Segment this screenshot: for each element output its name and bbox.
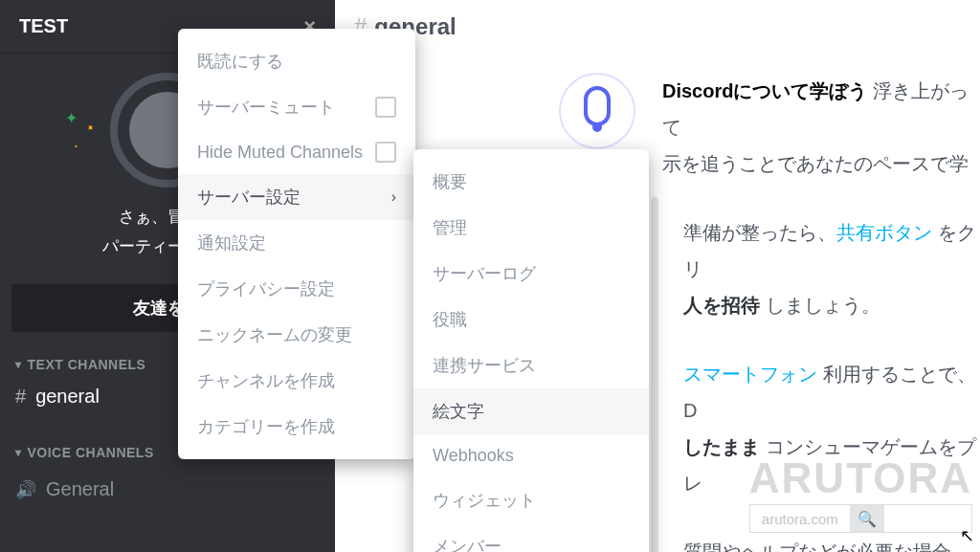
server-context-menu: 既読にする サーバーミュート Hide Muted Channels サーバー設… — [178, 29, 415, 459]
tip-icon — [559, 73, 635, 149]
chevron-down-icon: ▾ — [15, 446, 22, 459]
checkbox-icon[interactable] — [375, 142, 396, 163]
sparkle-icon: ✦ — [65, 109, 78, 127]
menu-item-server-mute[interactable]: サーバーミュート — [178, 84, 415, 130]
chevron-right-icon: › — [391, 188, 396, 206]
server-name: TEST — [19, 15, 68, 37]
submenu-item-members[interactable]: メンバー — [413, 523, 649, 552]
chevron-down-icon: ▾ — [15, 358, 22, 371]
checkbox-icon[interactable] — [375, 97, 396, 118]
voice-channel-general[interactable]: 🔊 General — [0, 471, 335, 508]
menu-item-server-settings[interactable]: サーバー設定› — [178, 174, 415, 220]
scrollbar[interactable] — [651, 197, 658, 552]
speaker-icon: 🔊 — [15, 479, 36, 500]
tip-paragraph: 質問やヘルプなどが必要な場合、ヘ witter @discordapp を通して… — [683, 534, 980, 552]
menu-item-create-channel[interactable]: チャンネルを作成 — [178, 358, 415, 404]
submenu-item-roles[interactable]: 役職 — [413, 297, 649, 342]
watermark: ARUTORA arutora.com 🔍 — [749, 454, 972, 533]
submenu-item-widget[interactable]: ウィジェット — [413, 477, 649, 523]
server-settings-submenu: 概要 管理 サーバーログ 役職 連携サービス 絵文字 Webhooks ウィジェ… — [413, 149, 649, 552]
submenu-item-audit-log[interactable]: サーバーログ — [413, 251, 649, 297]
submenu-item-integrations[interactable]: 連携サービス — [413, 342, 649, 388]
menu-item-notification-settings[interactable]: 通知設定 — [178, 220, 415, 266]
menu-item-change-nickname[interactable]: ニックネームの変更 — [178, 312, 415, 358]
hash-icon: # — [15, 386, 26, 408]
cursor-icon: ↖ — [960, 525, 974, 546]
smartphone-link[interactable]: スマートフォン — [683, 364, 817, 385]
submenu-item-webhooks[interactable]: Webhooks — [413, 434, 649, 477]
submenu-item-emoji[interactable]: 絵文字 — [413, 388, 649, 434]
tip-paragraph: 準備が整ったら、共有ボタン をクリ 人を招待 しましょう。 — [683, 214, 980, 323]
share-link[interactable]: 共有ボタン — [836, 222, 932, 243]
menu-item-privacy-settings[interactable]: プライバシー設定 — [178, 266, 415, 312]
submenu-item-moderation[interactable]: 管理 — [413, 205, 649, 251]
menu-item-mark-read[interactable]: 既読にする — [178, 38, 415, 84]
menu-item-hide-muted[interactable]: Hide Muted Channels — [178, 130, 415, 174]
sparkle-icon: ✦ — [83, 121, 96, 134]
sparkle-icon: • — [75, 142, 78, 150]
submenu-item-overview[interactable]: 概要 — [413, 159, 649, 205]
menu-item-create-category[interactable]: カテゴリーを作成 — [178, 404, 415, 450]
search-icon: 🔍 — [850, 505, 884, 532]
channel-header: # general — [335, 0, 980, 54]
hero-text: Discordについて学ぼう 浮き上がって 示を追うことであなたのペースで学 — [662, 73, 980, 182]
